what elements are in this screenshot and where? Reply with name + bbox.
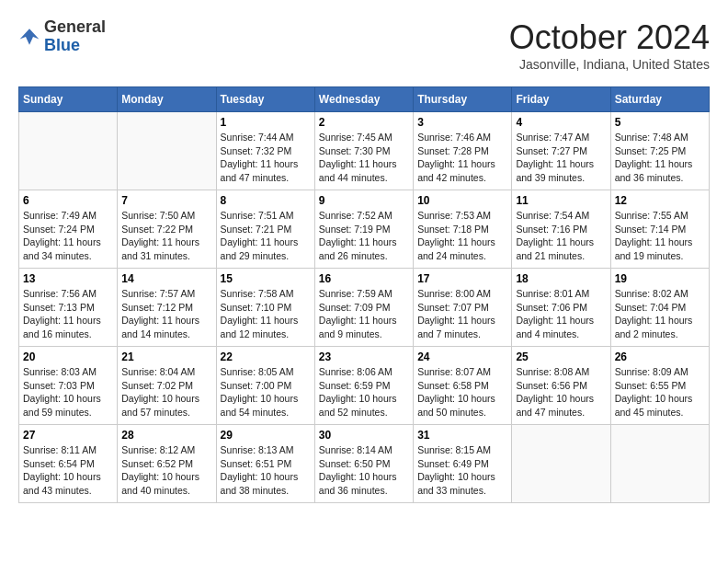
calendar-cell: 9Sunrise: 7:52 AMSunset: 7:19 PMDaylight… xyxy=(314,190,413,269)
cell-info: Sunrise: 7:44 AMSunset: 7:32 PMDaylight:… xyxy=(221,131,311,185)
day-number: 30 xyxy=(319,429,409,442)
day-number: 28 xyxy=(121,429,211,442)
day-number: 8 xyxy=(221,194,311,207)
calendar-cell: 23Sunrise: 8:06 AMSunset: 6:59 PMDayligh… xyxy=(314,347,413,425)
calendar-cell: 30Sunrise: 8:14 AMSunset: 6:50 PMDayligh… xyxy=(314,425,413,503)
calendar-cell: 15Sunrise: 7:58 AMSunset: 7:10 PMDayligh… xyxy=(216,269,314,347)
weekday-header: Wednesday xyxy=(314,87,413,112)
calendar-cell: 29Sunrise: 8:13 AMSunset: 6:51 PMDayligh… xyxy=(216,425,314,503)
calendar-cell: 7Sunrise: 7:50 AMSunset: 7:22 PMDaylight… xyxy=(118,190,216,269)
day-number: 3 xyxy=(417,116,507,129)
day-number: 23 xyxy=(319,350,409,363)
day-number: 17 xyxy=(417,272,507,285)
day-number: 27 xyxy=(23,429,113,442)
cell-info: Sunrise: 8:09 AMSunset: 6:55 PMDaylight:… xyxy=(615,365,705,419)
cell-info: Sunrise: 8:11 AMSunset: 6:54 PMDaylight:… xyxy=(23,443,113,498)
cell-info: Sunrise: 8:06 AMSunset: 6:59 PMDaylight:… xyxy=(319,365,409,419)
cell-info: Sunrise: 8:08 AMSunset: 6:56 PMDaylight:… xyxy=(516,365,606,419)
calendar-cell xyxy=(19,112,118,190)
day-number: 2 xyxy=(319,116,409,129)
weekday-header: Tuesday xyxy=(216,87,314,112)
calendar-cell: 26Sunrise: 8:09 AMSunset: 6:55 PMDayligh… xyxy=(610,347,709,425)
calendar-cell: 16Sunrise: 7:59 AMSunset: 7:09 PMDayligh… xyxy=(314,269,413,347)
calendar-cell: 11Sunrise: 7:54 AMSunset: 7:16 PMDayligh… xyxy=(512,190,610,269)
cell-info: Sunrise: 8:04 AMSunset: 7:02 PMDaylight:… xyxy=(121,365,211,419)
calendar-cell: 21Sunrise: 8:04 AMSunset: 7:02 PMDayligh… xyxy=(118,347,216,425)
calendar-cell: 27Sunrise: 8:11 AMSunset: 6:54 PMDayligh… xyxy=(19,425,118,503)
cell-info: Sunrise: 7:51 AMSunset: 7:21 PMDaylight:… xyxy=(221,209,311,263)
cell-info: Sunrise: 8:00 AMSunset: 7:07 PMDaylight:… xyxy=(417,287,507,341)
day-number: 15 xyxy=(221,272,311,285)
day-number: 14 xyxy=(121,272,211,285)
cell-info: Sunrise: 8:02 AMSunset: 7:04 PMDaylight:… xyxy=(615,287,705,341)
cell-info: Sunrise: 8:01 AMSunset: 7:06 PMDaylight:… xyxy=(516,287,606,341)
calendar-cell: 8Sunrise: 7:51 AMSunset: 7:21 PMDaylight… xyxy=(216,190,314,269)
day-number: 26 xyxy=(615,350,705,363)
calendar-cell: 2Sunrise: 7:45 AMSunset: 7:30 PMDaylight… xyxy=(314,112,413,190)
day-number: 13 xyxy=(23,272,113,285)
svg-marker-0 xyxy=(20,29,40,45)
weekday-header: Monday xyxy=(118,87,216,112)
calendar-cell: 17Sunrise: 8:00 AMSunset: 7:07 PMDayligh… xyxy=(414,269,512,347)
cell-info: Sunrise: 8:05 AMSunset: 7:00 PMDaylight:… xyxy=(221,365,311,419)
calendar-cell: 18Sunrise: 8:01 AMSunset: 7:06 PMDayligh… xyxy=(512,269,610,347)
day-number: 12 xyxy=(615,194,705,207)
cell-info: Sunrise: 7:54 AMSunset: 7:16 PMDaylight:… xyxy=(516,209,606,263)
day-number: 11 xyxy=(516,194,606,207)
day-number: 16 xyxy=(319,272,409,285)
cell-info: Sunrise: 7:55 AMSunset: 7:14 PMDaylight:… xyxy=(615,209,705,263)
day-number: 31 xyxy=(417,429,507,442)
cell-info: Sunrise: 7:57 AMSunset: 7:12 PMDaylight:… xyxy=(121,287,211,341)
cell-info: Sunrise: 7:58 AMSunset: 7:10 PMDaylight:… xyxy=(221,287,311,341)
cell-info: Sunrise: 7:52 AMSunset: 7:19 PMDaylight:… xyxy=(319,209,409,263)
cell-info: Sunrise: 8:15 AMSunset: 6:49 PMDaylight:… xyxy=(417,443,507,498)
day-number: 4 xyxy=(516,116,606,129)
weekday-header: Sunday xyxy=(19,87,118,112)
month-title: October 2024 xyxy=(509,18,710,57)
title-block: October 2024 Jasonville, Indiana, United… xyxy=(509,18,710,72)
cell-info: Sunrise: 7:45 AMSunset: 7:30 PMDaylight:… xyxy=(319,131,409,185)
location: Jasonville, Indiana, United States xyxy=(509,57,710,72)
calendar-cell: 4Sunrise: 7:47 AMSunset: 7:27 PMDaylight… xyxy=(512,112,610,190)
calendar-cell xyxy=(610,425,709,503)
day-number: 1 xyxy=(221,116,311,129)
cell-info: Sunrise: 7:50 AMSunset: 7:22 PMDaylight:… xyxy=(121,209,211,263)
day-number: 25 xyxy=(516,350,606,363)
day-number: 19 xyxy=(615,272,705,285)
cell-info: Sunrise: 7:47 AMSunset: 7:27 PMDaylight:… xyxy=(516,131,606,185)
cell-info: Sunrise: 8:14 AMSunset: 6:50 PMDaylight:… xyxy=(319,443,409,498)
cell-info: Sunrise: 8:13 AMSunset: 6:51 PMDaylight:… xyxy=(221,443,311,498)
calendar-cell: 20Sunrise: 8:03 AMSunset: 7:03 PMDayligh… xyxy=(19,347,118,425)
logo: General Blue xyxy=(18,18,106,55)
cell-info: Sunrise: 8:03 AMSunset: 7:03 PMDaylight:… xyxy=(23,365,113,419)
day-number: 6 xyxy=(23,194,113,207)
calendar-cell: 22Sunrise: 8:05 AMSunset: 7:00 PMDayligh… xyxy=(216,347,314,425)
weekday-header: Friday xyxy=(512,87,610,112)
calendar-cell: 1Sunrise: 7:44 AMSunset: 7:32 PMDaylight… xyxy=(216,112,314,190)
cell-info: Sunrise: 7:59 AMSunset: 7:09 PMDaylight:… xyxy=(319,287,409,341)
calendar-cell: 19Sunrise: 8:02 AMSunset: 7:04 PMDayligh… xyxy=(610,269,709,347)
day-number: 18 xyxy=(516,272,606,285)
day-number: 7 xyxy=(121,194,211,207)
logo-text: General Blue xyxy=(44,18,106,55)
calendar-cell: 31Sunrise: 8:15 AMSunset: 6:49 PMDayligh… xyxy=(414,425,512,503)
calendar-table: SundayMondayTuesdayWednesdayThursdayFrid… xyxy=(18,86,710,503)
day-number: 21 xyxy=(121,350,211,363)
day-number: 20 xyxy=(23,350,113,363)
cell-info: Sunrise: 7:48 AMSunset: 7:25 PMDaylight:… xyxy=(615,131,705,185)
calendar-cell: 13Sunrise: 7:56 AMSunset: 7:13 PMDayligh… xyxy=(19,269,118,347)
day-number: 24 xyxy=(417,350,507,363)
weekday-header: Saturday xyxy=(610,87,709,112)
calendar-cell: 6Sunrise: 7:49 AMSunset: 7:24 PMDaylight… xyxy=(19,190,118,269)
cell-info: Sunrise: 7:56 AMSunset: 7:13 PMDaylight:… xyxy=(23,287,113,341)
cell-info: Sunrise: 8:12 AMSunset: 6:52 PMDaylight:… xyxy=(121,443,211,498)
calendar-cell: 24Sunrise: 8:07 AMSunset: 6:58 PMDayligh… xyxy=(414,347,512,425)
cell-info: Sunrise: 8:07 AMSunset: 6:58 PMDaylight:… xyxy=(417,365,507,419)
day-number: 9 xyxy=(319,194,409,207)
cell-info: Sunrise: 7:46 AMSunset: 7:28 PMDaylight:… xyxy=(417,131,507,185)
day-number: 29 xyxy=(221,429,311,442)
cell-info: Sunrise: 7:49 AMSunset: 7:24 PMDaylight:… xyxy=(23,209,113,263)
day-number: 22 xyxy=(221,350,311,363)
logo-bird-icon xyxy=(18,26,40,48)
cell-info: Sunrise: 7:53 AMSunset: 7:18 PMDaylight:… xyxy=(417,209,507,263)
